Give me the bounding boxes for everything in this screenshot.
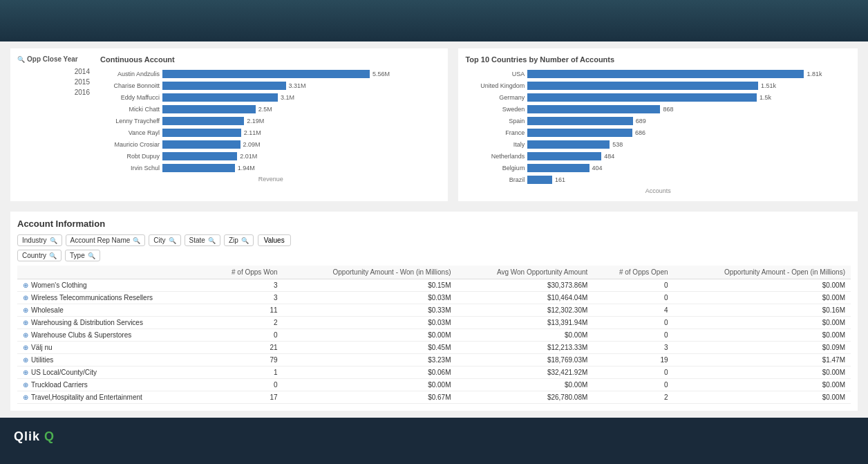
country-bar-label: United Kingdom: [465, 82, 527, 89]
filter-pill[interactable]: Account Rep Name 🔍: [66, 234, 146, 246]
table-body: ⊕Women's Clothing3$0.15M$30,373.86M0$0.0…: [17, 279, 851, 404]
country-bar-fill: [527, 152, 601, 160]
row-icon: ⊕: [23, 369, 28, 376]
bar-fill: [162, 117, 244, 125]
bar-row: Micki Chatt2.5M: [100, 104, 441, 114]
bar-row: Charise Bonnoitt3.31M: [100, 81, 441, 91]
row-avg-won: $26,780.08M: [457, 391, 594, 404]
row-opps-won: 1: [207, 366, 283, 379]
row-industry-name: ⊕Wholesale: [17, 304, 207, 317]
bar-label: Charise Bonnoitt: [100, 82, 162, 89]
continuous-account-panel: Continuous Account Austin Andzulis5.56MC…: [100, 55, 441, 183]
country-bar-label: Italy: [465, 141, 527, 148]
filter-pills-row2: Country 🔍Type 🔍: [17, 250, 100, 261]
country-bar-label: Germany: [465, 94, 527, 101]
row-industry-name: ⊕Travel,Hospitality and Entertainment: [17, 391, 207, 404]
filter-pill[interactable]: City 🔍: [149, 234, 180, 246]
row-industry-name: ⊕Warehouse Clubs & Superstores: [17, 329, 207, 342]
bar-row: USA1.81k: [465, 69, 851, 79]
values-button[interactable]: Values: [258, 234, 291, 246]
left-chart-container: 🔍 Opp Close Year 201420152016 Continuous…: [10, 48, 448, 201]
row-amt-open: $0.16M: [674, 304, 851, 317]
year-filter-panel: 🔍 Opp Close Year 201420152016: [17, 55, 93, 183]
bar-value: 2.01M: [240, 153, 257, 160]
country-bars: USA1.81kUnited Kingdom1.51kGermany1.5kSw…: [465, 69, 851, 185]
table-row: ⊕Truckload Carriers0$0.00M$0.00M0$0.00M: [17, 379, 851, 391]
row-opps-open: 19: [593, 354, 673, 366]
bar-label: Vance Rayl: [100, 129, 162, 136]
filter-pill[interactable]: Industry 🔍: [17, 234, 62, 246]
bottom-bar: Qlik Q: [0, 418, 868, 456]
row-amt-open: $0.09M: [674, 342, 851, 354]
country-bar-value: 686: [635, 129, 645, 136]
table-row: ⊕Wireless Telecommunications Resellers3$…: [17, 292, 851, 304]
row-icon: ⊕: [23, 344, 28, 351]
row-icon: ⊕: [23, 294, 28, 301]
top-countries-title: Top 10 Countries by Number of Accounts: [465, 55, 851, 64]
bar-row: France686: [465, 128, 851, 138]
row-icon: ⊕: [23, 393, 28, 401]
row-opps-open: 0: [593, 279, 673, 292]
row-avg-won: $0.00M: [457, 329, 594, 342]
filter-pill[interactable]: Type 🔍: [65, 250, 100, 261]
row-amt-open: $0.00M: [674, 329, 851, 342]
row-amt-open: $1.47M: [674, 354, 851, 366]
table-wrapper: # of Opps Won Opportunity Amount - Won (…: [17, 266, 851, 404]
country-bar-value: 161: [555, 176, 565, 183]
table-row: ⊕Warehouse Clubs & Superstores0$0.00M$0.…: [17, 329, 851, 342]
bar-row: Netherlands484: [465, 151, 851, 161]
table-header-row: # of Opps Won Opportunity Amount - Won (…: [17, 266, 851, 279]
bar-label: Eddy Maffucci: [100, 94, 162, 101]
filter-search-icon: 🔍: [169, 237, 176, 244]
row-avg-won: $18,769.03M: [457, 354, 594, 366]
country-bar-value: 868: [663, 106, 673, 113]
row-opps-open: 0: [593, 292, 673, 304]
bar-fill: [162, 129, 241, 137]
row-avg-won: $12,213.33M: [457, 342, 594, 354]
bar-value: 3.1M: [281, 94, 294, 101]
row-opps-open: 0: [593, 329, 673, 342]
row-opps-open: 3: [593, 342, 673, 354]
row-amt-open: $0.00M: [674, 391, 851, 404]
country-bar-fill: [527, 140, 610, 149]
country-bar-fill: [527, 105, 660, 113]
bar-value: 3.31M: [289, 82, 306, 89]
table-row: ⊕US Local/County/City1$0.06M$32,421.92M0…: [17, 366, 851, 379]
country-bar-fill: [527, 129, 632, 137]
bar-row: United Kingdom1.51k: [465, 81, 851, 91]
row-amt-won: $0.67M: [283, 391, 457, 404]
row-avg-won: $10,464.04M: [457, 292, 594, 304]
col-industry: [17, 266, 207, 279]
row-opps-won: 79: [207, 354, 283, 366]
qlik-q-icon: Q: [44, 429, 55, 443]
bar-row: Robt Dupuy2.01M: [100, 151, 441, 161]
country-bar-value: 1.51k: [761, 82, 776, 89]
row-opps-won: 0: [207, 329, 283, 342]
year-item[interactable]: 2016: [17, 87, 93, 98]
bar-value: 1.94M: [238, 165, 255, 171]
country-bar-label: France: [465, 129, 527, 136]
col-opps-open: # of Opps Open: [593, 266, 673, 279]
row-opps-open: 0: [593, 379, 673, 391]
top-countries-container: Top 10 Countries by Number of Accounts U…: [458, 48, 858, 201]
bar-label: Robt Dupuy: [100, 153, 162, 160]
bar-row: Belgium404: [465, 163, 851, 173]
row-icon: ⊕: [23, 331, 28, 339]
row-avg-won: $0.00M: [457, 379, 594, 391]
row-amt-won: $0.03M: [283, 317, 457, 329]
bar-row: Vance Rayl2.11M: [100, 128, 441, 138]
filter-search-icon: 🔍: [49, 252, 57, 259]
bar-row: Mauricio Crosiar2.09M: [100, 140, 441, 149]
account-info-section: Account Information Industry 🔍Account Re…: [10, 212, 858, 411]
year-item[interactable]: 2014: [17, 66, 93, 77]
year-filter-title: 🔍 Opp Close Year: [17, 55, 93, 63]
year-item[interactable]: 2015: [17, 77, 93, 87]
filter-pill[interactable]: Zip 🔍: [224, 234, 254, 246]
row-icon: ⊕: [23, 381, 28, 389]
filter-pill[interactable]: State 🔍: [185, 234, 220, 246]
continuous-account-bars: Austin Andzulis5.56MCharise Bonnoitt3.31…: [100, 69, 441, 173]
filter-pill[interactable]: Country 🔍: [17, 250, 62, 261]
col-avg-won: Avg Won Opportunity Amount: [457, 266, 594, 279]
country-bar-label: Netherlands: [465, 153, 527, 160]
row-icon: ⊕: [23, 306, 28, 314]
